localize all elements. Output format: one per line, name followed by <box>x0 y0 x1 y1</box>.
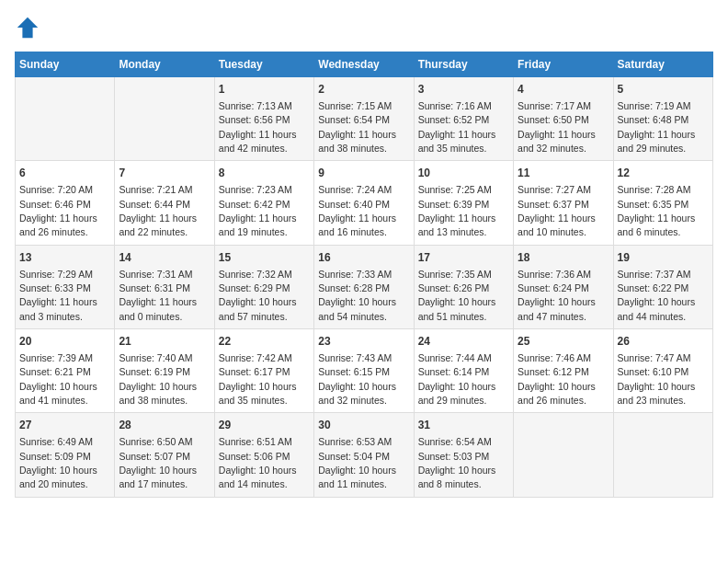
calendar-cell: 11Sunrise: 7:27 AMSunset: 6:37 PMDayligh… <box>514 161 613 245</box>
calendar-cell: 17Sunrise: 7:35 AMSunset: 6:26 PMDayligh… <box>414 245 513 328</box>
cell-sunrise: Sunrise: 7:23 AM <box>219 184 292 195</box>
cell-sunset: Sunset: 6:42 PM <box>219 199 290 210</box>
cell-daylight: Daylight: 11 hours and 16 minutes. <box>318 213 396 237</box>
cell-daylight: Daylight: 11 hours and 32 minutes. <box>518 129 596 154</box>
svg-marker-0 <box>17 17 38 38</box>
day-number: 30 <box>318 418 409 433</box>
cell-daylight: Daylight: 10 hours and 17 minutes. <box>119 465 197 489</box>
calendar-cell: 7Sunrise: 7:21 AMSunset: 6:44 PMDaylight… <box>115 161 214 245</box>
cell-sunrise: Sunrise: 7:24 AM <box>318 184 392 195</box>
cell-sunset: Sunset: 5:03 PM <box>418 451 490 462</box>
cell-sunset: Sunset: 6:40 PM <box>318 199 390 210</box>
day-number: 16 <box>318 250 409 266</box>
day-number: 13 <box>19 250 110 266</box>
cell-sunset: Sunset: 6:22 PM <box>618 282 689 293</box>
cell-daylight: Daylight: 10 hours and 57 minutes. <box>219 296 297 321</box>
cell-sunset: Sunset: 6:48 PM <box>618 114 689 125</box>
calendar-cell: 22Sunrise: 7:42 AMSunset: 6:17 PMDayligh… <box>214 329 313 413</box>
cell-sunrise: Sunrise: 7:19 AM <box>618 100 691 111</box>
day-number: 21 <box>119 334 210 350</box>
day-number: 5 <box>618 82 709 98</box>
cell-daylight: Daylight: 11 hours and 38 minutes. <box>318 129 396 154</box>
cell-sunrise: Sunrise: 7:47 AM <box>618 352 691 363</box>
day-number: 31 <box>418 418 509 433</box>
cell-sunset: Sunset: 6:37 PM <box>518 199 589 210</box>
calendar-cell <box>613 413 712 497</box>
cell-daylight: Daylight: 10 hours and 54 minutes. <box>318 296 396 321</box>
weekday-header: Tuesday <box>214 52 313 77</box>
day-number: 10 <box>418 166 509 181</box>
cell-sunset: Sunset: 5:07 PM <box>119 451 190 462</box>
calendar-header-row: SundayMondayTuesdayWednesdayThursdayFrid… <box>16 52 713 77</box>
weekday-header: Friday <box>514 52 613 77</box>
cell-daylight: Daylight: 11 hours and 26 minutes. <box>19 213 97 237</box>
cell-sunrise: Sunrise: 7:29 AM <box>19 269 93 280</box>
day-number: 26 <box>618 334 709 350</box>
weekday-header: Monday <box>115 52 214 77</box>
cell-daylight: Daylight: 10 hours and 47 minutes. <box>518 296 596 321</box>
day-number: 8 <box>219 166 310 181</box>
cell-daylight: Daylight: 11 hours and 3 minutes. <box>19 296 97 321</box>
cell-sunrise: Sunrise: 6:54 AM <box>418 436 492 447</box>
cell-sunset: Sunset: 5:06 PM <box>219 451 290 462</box>
day-number: 12 <box>618 166 709 181</box>
day-number: 24 <box>418 334 509 350</box>
cell-daylight: Daylight: 10 hours and 44 minutes. <box>618 296 696 321</box>
cell-sunset: Sunset: 6:52 PM <box>418 114 490 125</box>
calendar-week-row: 20Sunrise: 7:39 AMSunset: 6:21 PMDayligh… <box>16 329 713 413</box>
day-number: 22 <box>219 334 310 350</box>
logo-icon <box>15 15 40 40</box>
cell-sunset: Sunset: 6:15 PM <box>318 366 390 377</box>
day-number: 9 <box>318 166 409 181</box>
calendar-cell: 28Sunrise: 6:50 AMSunset: 5:07 PMDayligh… <box>115 413 214 497</box>
cell-sunrise: Sunrise: 7:28 AM <box>618 184 691 195</box>
cell-daylight: Daylight: 10 hours and 29 minutes. <box>418 381 496 406</box>
cell-sunrise: Sunrise: 6:51 AM <box>219 436 292 447</box>
calendar-cell: 15Sunrise: 7:32 AMSunset: 6:29 PMDayligh… <box>214 245 313 328</box>
cell-sunrise: Sunrise: 7:37 AM <box>618 269 691 280</box>
day-number: 14 <box>119 250 210 266</box>
calendar-cell: 1Sunrise: 7:13 AMSunset: 6:56 PMDaylight… <box>214 77 313 161</box>
cell-daylight: Daylight: 10 hours and 32 minutes. <box>318 381 396 406</box>
cell-daylight: Daylight: 10 hours and 23 minutes. <box>618 381 696 406</box>
calendar-cell: 9Sunrise: 7:24 AMSunset: 6:40 PMDaylight… <box>314 161 414 245</box>
calendar-cell: 25Sunrise: 7:46 AMSunset: 6:12 PMDayligh… <box>514 329 613 413</box>
calendar-cell: 23Sunrise: 7:43 AMSunset: 6:15 PMDayligh… <box>314 329 414 413</box>
cell-sunrise: Sunrise: 7:32 AM <box>219 269 292 280</box>
calendar-cell: 27Sunrise: 6:49 AMSunset: 5:09 PMDayligh… <box>16 413 115 497</box>
cell-sunset: Sunset: 5:09 PM <box>19 451 91 462</box>
cell-sunset: Sunset: 6:12 PM <box>518 366 589 377</box>
day-number: 11 <box>518 166 609 181</box>
calendar-cell: 4Sunrise: 7:17 AMSunset: 6:50 PMDaylight… <box>514 77 613 161</box>
day-number: 29 <box>219 418 310 433</box>
cell-daylight: Daylight: 10 hours and 35 minutes. <box>219 381 297 406</box>
calendar-cell: 2Sunrise: 7:15 AMSunset: 6:54 PMDaylight… <box>314 77 414 161</box>
calendar-cell <box>115 77 214 161</box>
cell-sunrise: Sunrise: 7:46 AM <box>518 352 591 363</box>
cell-sunrise: Sunrise: 7:25 AM <box>418 184 492 195</box>
cell-daylight: Daylight: 10 hours and 51 minutes. <box>418 296 496 321</box>
cell-daylight: Daylight: 10 hours and 14 minutes. <box>219 465 297 489</box>
cell-sunrise: Sunrise: 7:17 AM <box>518 100 591 111</box>
cell-sunset: Sunset: 6:14 PM <box>418 366 490 377</box>
calendar-cell <box>16 77 115 161</box>
cell-sunrise: Sunrise: 7:40 AM <box>119 352 192 363</box>
cell-sunset: Sunset: 6:21 PM <box>19 366 91 377</box>
day-number: 3 <box>418 82 509 98</box>
calendar-week-row: 13Sunrise: 7:29 AMSunset: 6:33 PMDayligh… <box>16 245 713 328</box>
day-number: 27 <box>19 418 110 433</box>
calendar-cell: 14Sunrise: 7:31 AMSunset: 6:31 PMDayligh… <box>115 245 214 328</box>
cell-daylight: Daylight: 10 hours and 11 minutes. <box>318 465 396 489</box>
cell-sunset: Sunset: 6:50 PM <box>518 114 589 125</box>
cell-sunset: Sunset: 6:46 PM <box>19 199 91 210</box>
logo <box>15 15 44 40</box>
cell-sunset: Sunset: 5:04 PM <box>318 451 390 462</box>
calendar-cell: 12Sunrise: 7:28 AMSunset: 6:35 PMDayligh… <box>613 161 712 245</box>
cell-daylight: Daylight: 11 hours and 6 minutes. <box>618 213 696 237</box>
cell-sunrise: Sunrise: 7:36 AM <box>518 269 591 280</box>
day-number: 25 <box>518 334 609 350</box>
cell-sunrise: Sunrise: 6:50 AM <box>119 436 192 447</box>
calendar-cell: 31Sunrise: 6:54 AMSunset: 5:03 PMDayligh… <box>414 413 513 497</box>
cell-daylight: Daylight: 11 hours and 35 minutes. <box>418 129 496 154</box>
calendar-cell: 20Sunrise: 7:39 AMSunset: 6:21 PMDayligh… <box>16 329 115 413</box>
